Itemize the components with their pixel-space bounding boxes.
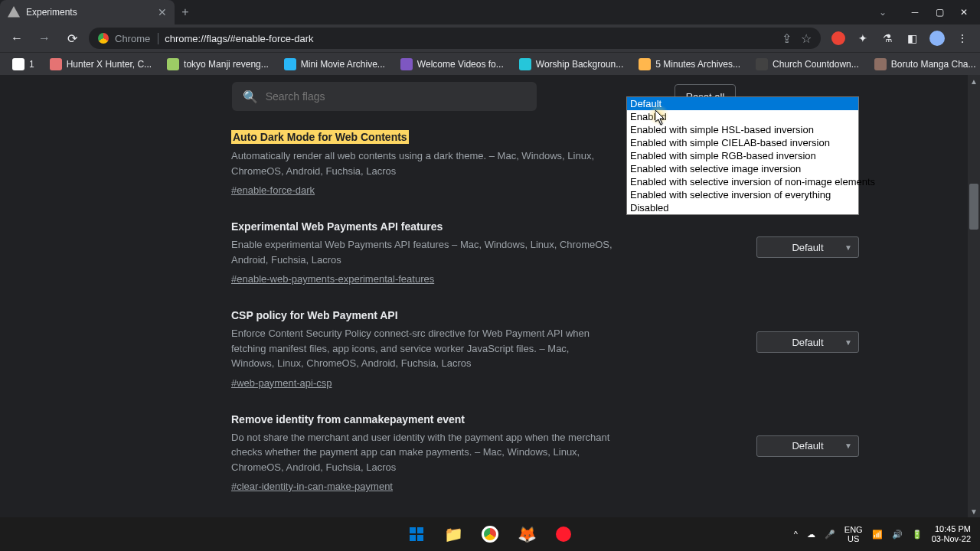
bookmark-favicon: [167, 58, 179, 70]
tray-chevron-icon[interactable]: ^: [794, 530, 798, 539]
labs-flask-icon[interactable]: ⚗: [880, 31, 894, 45]
bookmark-label: Worship Backgroun...: [536, 59, 624, 70]
bookmarks-bar: 1Hunter X Hunter, C...tokyo Manji reveng…: [0, 52, 980, 75]
bookmark-favicon: [12, 58, 24, 70]
firefox-icon[interactable]: 🦊: [511, 519, 542, 549]
battery-icon[interactable]: 🔋: [912, 530, 923, 540]
chevron-down-icon: ▼: [844, 243, 852, 252]
close-window-button[interactable]: ✕: [959, 7, 969, 18]
flag-select[interactable]: Default▼: [756, 236, 859, 258]
sidepanel-icon[interactable]: ◧: [905, 31, 919, 45]
flag-anchor-link[interactable]: #clear-identity-in-can-make-payment: [231, 481, 393, 492]
scroll-up-arrow[interactable]: ▲: [968, 75, 980, 87]
bookmark-favicon: [756, 58, 768, 70]
flag-title: Experimental Web Payments API features: [231, 220, 443, 233]
window-titlebar: Experiments ✕ + ⌄ ─ ▢ ✕: [0, 0, 980, 24]
dropdown-option[interactable]: Enabled with simple CIELAB-based inversi…: [627, 136, 858, 149]
flag-anchor-link[interactable]: #web-payment-api-csp: [231, 377, 332, 389]
close-icon[interactable]: ✕: [158, 6, 167, 18]
bookmark-label: Mini Movie Archive...: [301, 59, 385, 70]
bookmark-item[interactable]: 1: [6, 58, 41, 70]
bookmark-star-icon[interactable]: ☆: [801, 31, 812, 46]
menu-dots-icon[interactable]: ⋮: [956, 31, 969, 45]
scroll-down-arrow[interactable]: ▼: [968, 505, 980, 517]
search-input[interactable]: [266, 90, 526, 103]
language-indicator[interactable]: ENGUS: [844, 525, 863, 543]
flag-anchor-link[interactable]: #enable-force-dark: [231, 184, 315, 196]
browser-tab[interactable]: Experiments ✕: [0, 0, 175, 24]
windows-taskbar: 📁 🦊 ^ ☁ 🎤 ENGUS 📶 🔊 🔋 10:45 PM03-Nov-22: [0, 517, 980, 551]
mouse-cursor: [655, 110, 666, 126]
flag-anchor-link[interactable]: #enable-web-payments-experimental-featur…: [231, 273, 434, 285]
scrollbar-thumb[interactable]: [969, 184, 978, 230]
scrollbar-track[interactable]: [968, 75, 980, 517]
search-flags-field[interactable]: 🔍: [232, 82, 537, 111]
browser-toolbar: ← → ⟳ Chrome chrome://flags/#enable-forc…: [0, 24, 980, 52]
dropdown-option[interactable]: Enabled with selective image inversion: [627, 162, 858, 175]
bookmark-favicon: [519, 58, 531, 70]
onedrive-icon[interactable]: ☁: [807, 530, 815, 540]
maximize-button[interactable]: ▢: [934, 7, 945, 18]
bookmark-favicon: [50, 58, 62, 70]
wifi-icon[interactable]: 📶: [872, 530, 883, 540]
search-icon: 🔍: [243, 90, 258, 104]
flag-title: Remove identity from canmakepayment even…: [231, 413, 465, 425]
chevron-down-icon: ▼: [844, 338, 852, 347]
volume-icon[interactable]: 🔊: [892, 530, 903, 540]
microphone-icon[interactable]: 🎤: [825, 530, 835, 540]
chevron-down-icon: ▼: [844, 442, 852, 450]
bookmark-item[interactable]: Worship Backgroun...: [513, 58, 630, 70]
bookmark-item[interactable]: Mini Movie Archive...: [278, 58, 391, 70]
bookmark-label: Church Countdown...: [773, 59, 859, 70]
extensions-puzzle-icon[interactable]: ✦: [856, 31, 870, 45]
tab-title: Experiments: [26, 7, 152, 18]
start-button[interactable]: [401, 519, 432, 549]
minimize-button[interactable]: ─: [910, 7, 920, 18]
flag-item: CSP policy for Web Payment API Enforce C…: [231, 308, 737, 390]
bookmark-label: Hunter X Hunter, C...: [67, 59, 152, 70]
bookmark-label: Welcome Videos fo...: [417, 59, 504, 70]
bookmark-item[interactable]: Boruto Manga Cha...: [868, 58, 980, 70]
dropdown-option[interactable]: Enabled with selective inversion of non-…: [627, 175, 858, 188]
bookmark-label: Boruto Manga Cha...: [891, 59, 976, 70]
bookmark-item[interactable]: tokyo Manji reveng...: [161, 58, 275, 70]
flag-item: Remove identity from canmakepayment even…: [231, 412, 737, 494]
file-explorer-icon[interactable]: 📁: [438, 519, 469, 549]
flag-item: Experimental Web Payments API features E…: [231, 220, 737, 285]
bookmark-label: 1: [29, 59, 34, 70]
flag-title: Auto Dark Mode for Web Contents: [231, 130, 409, 144]
bookmark-favicon: [284, 58, 296, 70]
bookmark-item[interactable]: Hunter X Hunter, C...: [44, 58, 158, 70]
flag-title: CSP policy for Web Payment API: [231, 309, 398, 321]
flag-description: Enforce Content Security Policy connect-…: [231, 326, 614, 371]
back-button[interactable]: ←: [6, 28, 28, 49]
bookmark-label: 5 Minutes Archives...: [655, 59, 740, 70]
bookmark-favicon: [400, 58, 413, 70]
share-icon[interactable]: ⇪: [782, 31, 792, 46]
flag-description: Automatically render all web contents us…: [231, 148, 614, 178]
url-text: chrome://flags/#enable-force-dark: [165, 33, 313, 44]
dropdown-option[interactable]: Disabled: [627, 201, 858, 214]
dropdown-option[interactable]: Enabled with simple RGB-based inversion: [627, 149, 858, 162]
omnibox-chip: Chrome: [115, 33, 158, 44]
clock[interactable]: 10:45 PM03-Nov-22: [932, 524, 971, 544]
extension-icon[interactable]: [831, 31, 845, 45]
profile-avatar[interactable]: [929, 31, 945, 46]
address-bar[interactable]: Chrome chrome://flags/#enable-force-dark…: [89, 28, 821, 49]
new-tab-button[interactable]: +: [175, 0, 196, 24]
flag-description: Do not share the merchant and user ident…: [231, 430, 614, 475]
dropdown-option[interactable]: Enabled with selective inversion of ever…: [627, 188, 858, 201]
flag-select[interactable]: Default▼: [756, 435, 859, 457]
bookmark-item[interactable]: Welcome Videos fo...: [394, 58, 510, 70]
flag-description: Enable experimental Web Payments API fea…: [231, 237, 614, 267]
bookmark-item[interactable]: 5 Minutes Archives...: [632, 58, 746, 70]
flask-icon: [8, 6, 20, 18]
chrome-icon: [98, 33, 109, 44]
forward-button[interactable]: →: [34, 28, 55, 49]
chrome-taskbar-icon[interactable]: [475, 519, 505, 549]
flag-select[interactable]: Default▼: [756, 331, 859, 353]
bookmark-item[interactable]: Church Countdown...: [750, 58, 865, 70]
opera-icon[interactable]: [548, 519, 579, 549]
chevron-down-icon[interactable]: ⌄: [879, 7, 887, 18]
reload-button[interactable]: ⟳: [61, 28, 83, 49]
